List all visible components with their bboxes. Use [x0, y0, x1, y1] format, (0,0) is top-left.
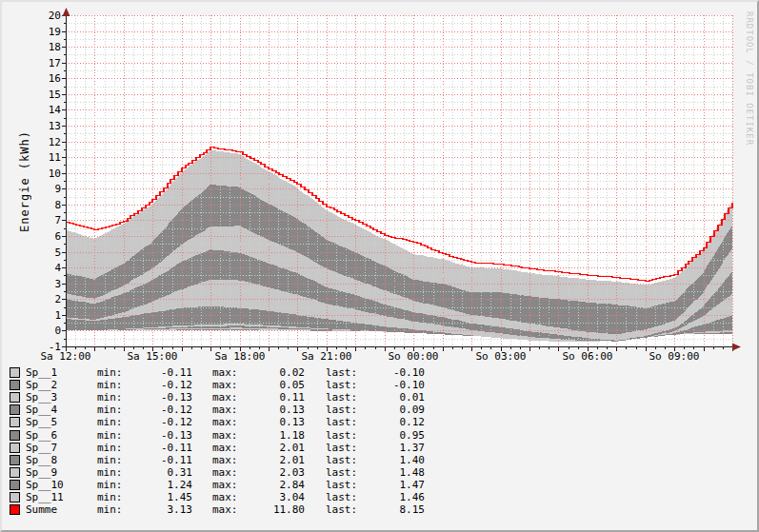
- legend-row-Sp__7: Sp__7min:-0.11max:2.01last:1.37: [2, 442, 449, 454]
- y-tick-label: 7: [54, 214, 61, 227]
- legend-row-Sp__6: Sp__6min:-0.13max:1.18last:0.95: [2, 429, 449, 442]
- legend-color-swatch: [10, 392, 20, 403]
- legend-max-key: max:: [212, 503, 238, 516]
- legend-min-key: min:: [97, 416, 123, 428]
- legend-last-value: 1.37: [356, 442, 425, 454]
- legend-last-key: last:: [326, 379, 357, 391]
- y-tick-label: 11: [49, 151, 61, 164]
- legend-min-value: 3.13: [124, 503, 192, 516]
- legend-max-key: max:: [212, 366, 238, 379]
- legend-last-value: 1.47: [356, 479, 425, 491]
- legend-max-key: max:: [212, 404, 238, 416]
- legend-last-key: last:: [326, 429, 357, 442]
- legend-min-key: min:: [97, 379, 123, 391]
- legend-last-key: last:: [326, 454, 357, 466]
- x-axis-arrow: [732, 344, 741, 351]
- legend-max-key: max:: [212, 442, 238, 454]
- legend-max-value: 0.13: [236, 416, 305, 428]
- rrdtool-graph: -101234567891011121314151617181920Sa 12:…: [0, 0, 759, 532]
- x-tick-label: So 09:00: [649, 350, 700, 363]
- y-tick-label: 18: [49, 41, 61, 53]
- y-tick-label: 6: [54, 230, 61, 243]
- legend-min-value: -0.11: [124, 454, 192, 466]
- legend-max-key: max:: [212, 429, 238, 442]
- legend-min-value: -0.11: [124, 442, 192, 454]
- legend-max-value: 2.01: [236, 442, 305, 454]
- legend-min-key: min:: [97, 479, 123, 491]
- x-tick-label: Sa 21:00: [302, 350, 352, 363]
- legend-row-Sp__3: Sp__3min:-0.13max:0.11last:0.01: [2, 391, 449, 404]
- legend-max-value: 3.04: [236, 491, 305, 503]
- legend-max-value: 1.18: [236, 429, 305, 442]
- legend-series-name: Sp__10: [26, 479, 64, 491]
- legend-min-key: min:: [97, 404, 123, 416]
- legend-max-value: 0.02: [236, 366, 305, 379]
- legend-last-value: 1.48: [356, 466, 425, 479]
- legend-series-name: Sp__11: [26, 491, 64, 503]
- legend-min-key: min:: [97, 503, 123, 516]
- x-tick-label: Sa 12:00: [41, 350, 91, 363]
- legend-series-name: Sp__8: [26, 454, 57, 466]
- legend-max-value: 0.11: [236, 391, 305, 404]
- legend-max-key: max:: [212, 416, 238, 428]
- y-tick-label: 20: [49, 10, 61, 22]
- legend-last-key: last:: [326, 391, 357, 404]
- legend-series-name: Sp__4: [26, 404, 57, 416]
- legend-row-Sp__2: Sp__2min:-0.12max:0.05last:-0.10: [2, 379, 449, 391]
- legend-max-value: 2.03: [236, 466, 305, 479]
- legend-row-Summe: Summemin:3.13max:11.80last:8.15: [2, 503, 449, 516]
- legend-color-swatch: [10, 492, 20, 502]
- x-tick-label: So 00:00: [389, 350, 439, 363]
- legend-series-name: Sp__7: [26, 442, 57, 454]
- y-tick-label: 1: [54, 309, 61, 322]
- legend-series-name: Sp__3: [26, 391, 57, 404]
- legend-row-Sp__10: Sp__10min:1.24max:2.84last:1.47: [2, 479, 449, 491]
- y-tick-label: 19: [49, 26, 61, 38]
- legend-series-name: Sp__5: [26, 416, 57, 428]
- legend-min-key: min:: [97, 442, 123, 454]
- y-tick-label: 2: [54, 293, 61, 305]
- legend-last-key: last:: [326, 366, 357, 379]
- legend-last-value: 0.12: [356, 416, 425, 428]
- legend-min-key: min:: [97, 429, 123, 442]
- legend-series-name: Sp__1: [26, 366, 57, 379]
- chart-plot: -101234567891011121314151617181920Sa 12:…: [2, 2, 759, 368]
- legend-last-key: last:: [326, 503, 357, 516]
- legend-min-value: -0.12: [124, 404, 192, 416]
- legend-row-Sp__11: Sp__11min:1.45max:3.04last:1.46: [2, 491, 449, 503]
- y-tick-label: 14: [49, 104, 62, 116]
- y-tick-label: 9: [54, 183, 61, 195]
- legend-last-key: last:: [326, 479, 357, 491]
- y-tick-label: 8: [54, 199, 61, 211]
- legend-color-swatch: [10, 455, 20, 465]
- y-tick-label: 16: [49, 72, 61, 85]
- legend-last-key: last:: [326, 404, 357, 416]
- legend-min-key: min:: [97, 491, 123, 503]
- legend-min-value: 0.31: [124, 466, 192, 479]
- legend-min-key: min:: [97, 391, 123, 404]
- legend-min-key: min:: [97, 466, 123, 479]
- legend-max-value: 2.01: [236, 454, 305, 466]
- legend-color-swatch: [10, 467, 20, 478]
- y-tick-label: 15: [49, 89, 61, 101]
- legend-min-value: -0.11: [124, 366, 192, 379]
- legend-min-value: -0.12: [124, 379, 192, 391]
- legend-color-swatch: [10, 430, 20, 441]
- x-tick-label: Sa 18:00: [215, 350, 266, 363]
- legend-series-name: Summe: [26, 503, 57, 516]
- legend-last-value: 0.09: [356, 404, 425, 416]
- legend-min-value: 1.24: [124, 479, 192, 491]
- legend-max-value: 11.80: [236, 503, 305, 516]
- y-tick-label: 5: [54, 246, 61, 259]
- legend-last-key: last:: [326, 491, 357, 503]
- rrdtool-watermark: RRDTOOL / TOBI OETIKER: [745, 11, 754, 146]
- legend-color-swatch: [10, 417, 20, 427]
- y-tick-label: 3: [54, 278, 61, 290]
- legend-min-value: 1.45: [124, 491, 192, 503]
- y-tick-label: 13: [49, 120, 61, 132]
- legend-series-name: Sp__6: [26, 429, 57, 442]
- y-axis-arrow: [63, 8, 70, 16]
- legend-last-value: 1.46: [356, 491, 425, 503]
- legend-max-key: max:: [212, 454, 238, 466]
- legend-series-name: Sp__2: [26, 379, 57, 391]
